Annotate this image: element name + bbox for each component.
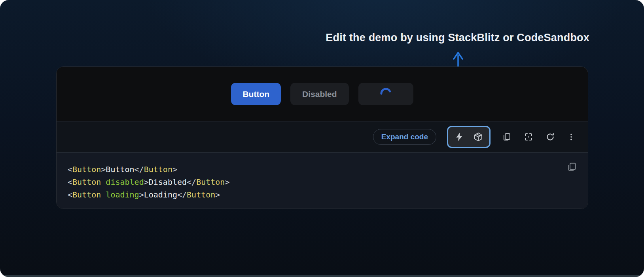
demo-preview-area: Button Disabled xyxy=(57,67,588,121)
standalone-view-button[interactable] xyxy=(523,128,534,146)
annotation-heading: Edit the demo by using StackBlitz or Cod… xyxy=(326,32,589,44)
copy-code-button[interactable] xyxy=(566,161,578,173)
loading-spinner-icon xyxy=(378,85,394,103)
screenshot-canvas: Edit the demo by using StackBlitz or Cod… xyxy=(0,0,644,277)
stackblitz-button[interactable] xyxy=(451,128,468,146)
focus-scan-icon xyxy=(524,132,533,142)
refresh-demo-button[interactable] xyxy=(545,128,556,146)
codesandbox-icon xyxy=(474,132,483,142)
code-block: <Button>Button</Button><Button disabled>… xyxy=(57,152,588,209)
code-line: <Button disabled>Disabled</Button> xyxy=(68,176,576,188)
demo-toolbar: Expand code xyxy=(57,121,588,152)
codesandbox-button[interactable] xyxy=(470,128,487,146)
primary-button[interactable]: Button xyxy=(231,83,281,105)
code-lines: <Button>Button</Button><Button disabled>… xyxy=(68,163,576,201)
copy-icon xyxy=(566,161,577,173)
disabled-button: Disabled xyxy=(290,83,349,105)
more-menu-icon xyxy=(566,132,576,142)
code-line: <Button>Button</Button> xyxy=(68,163,576,176)
copy-demo-button[interactable] xyxy=(501,128,512,146)
edit-demo-highlight-box xyxy=(447,126,491,148)
code-line: <Button loading>Loading</Button> xyxy=(68,188,576,201)
demo-card: Button Disabled Expand code xyxy=(56,66,588,209)
loading-button[interactable] xyxy=(358,83,413,105)
stackblitz-icon xyxy=(455,132,464,142)
expand-code-button[interactable]: Expand code xyxy=(373,129,436,145)
copy-icon xyxy=(502,132,511,142)
refresh-icon xyxy=(546,132,555,142)
docs-page-panel: Edit the demo by using StackBlitz or Cod… xyxy=(0,0,644,277)
more-options-button[interactable] xyxy=(566,128,576,146)
